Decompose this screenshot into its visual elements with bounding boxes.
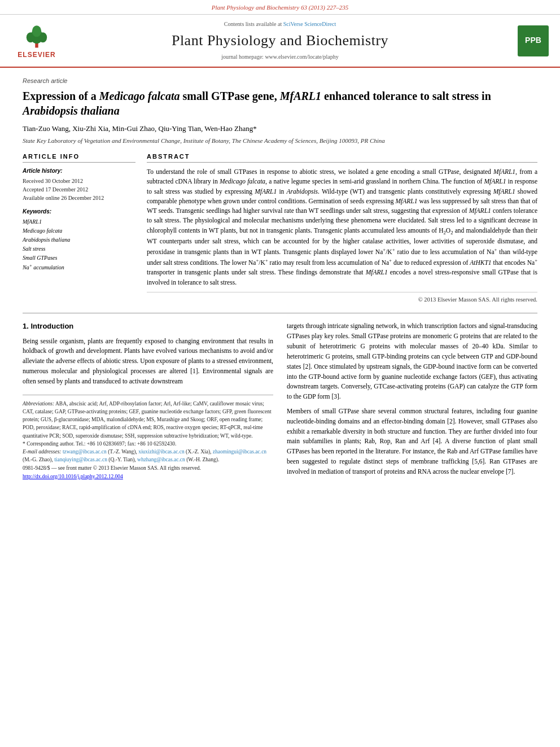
abstract-body: To understand the role of small GTPases … [147,167,537,287]
article-info-title: Article Info [23,152,135,163]
journal-ref-text: Plant Physiology and Biochemistry 63 (20… [212,4,349,11]
intro-left-paragraph: Being sessile organism, plants are frequ… [23,337,273,387]
email-link-2[interactable]: xiuxizhi@ibcas.ac.cn [138,449,185,455]
intro-right-para-1: targets through intricate signaling netw… [287,321,537,402]
keyword-1: MfARL1 [23,217,135,226]
authors-text: Tian-Zuo Wang, Xiu-Zhi Xia, Min-Gui Zhao… [23,124,257,133]
authors-line: Tian-Zuo Wang, Xiu-Zhi Xia, Min-Gui Zhao… [23,124,537,134]
intro-left-col: 1. Introduction Being sessile organism, … [23,321,273,481]
intro-section-number: 1. [23,322,29,330]
keyword-5: Small GTPases [23,254,135,263]
email-footnote: E-mail addresses: tzwang@ibcas.ac.cn (T.… [23,448,273,464]
affiliation-line: State Key Laboratory of Vegetation and E… [23,137,537,145]
intro-right-col: targets through intricate signaling netw… [287,321,537,481]
article-type-label: Research article [23,77,537,85]
journal-title: Plant Physiology and Biochemistry [62,30,498,51]
svg-point-4 [32,25,41,37]
sciverse-link[interactable]: SciVerse ScienceDirect [283,21,336,27]
intro-right-para-2: Members of small GTPase share several co… [287,407,537,477]
article-info-panel: Article Info Article history: Received 3… [23,152,135,304]
doi-footnote: http://dx.doi.org/10.1016/j.plaphy.2012.… [23,473,273,480]
title-italic-2: MfARL1 [280,90,321,102]
abstract-title: Abstract [147,152,537,163]
elsevier-tree-icon [20,22,54,50]
doi-link[interactable]: http://dx.doi.org/10.1016/j.plaphy.2012.… [23,474,123,479]
keyword-3: Arabidopsis thaliana [23,235,135,244]
keywords-section: Keywords: MfARL1 Medicago falcata Arabid… [23,208,135,272]
email-link-3[interactable]: zhaomingui@ibcas.ac.cn [213,449,266,455]
intro-heading: 1. Introduction [23,321,273,331]
journal-homepage: journal homepage: www.elsevier.com/locat… [62,53,498,61]
title-text-2: small GTPase gene, [180,90,280,102]
title-italic-3: Arabidopsis thaliana [23,104,120,117]
section-divider [23,313,537,313]
title-italic-1: Medicago falcata [99,90,180,102]
homepage-text: journal homepage: www.elsevier.com/locat… [221,54,339,60]
accepted-date: Accepted 17 December 2012 [23,185,135,194]
intro-section-title: Introduction [30,322,73,330]
elsevier-text: ELSEVIER [18,50,55,60]
introduction-section: 1. Introduction Being sessile organism, … [23,321,537,481]
article-info-abstract-row: Article Info Article history: Received 3… [23,152,537,304]
available-date: Available online 26 December 2012 [23,194,135,202]
footnotes-area: Abbreviations: ABA, abscisic acid; Arf, … [23,395,273,481]
title-text-3: enhanced tolerance to salt stress in [321,90,491,102]
paper-title: Expression of a Medicago falcata small G… [23,89,537,118]
journal-banner: ELSEVIER Contents lists available at Sci… [0,15,560,67]
main-content: Research article Expression of a Medicag… [0,68,560,493]
copyright-line: © 2013 Elsevier Masson SAS. All rights r… [147,292,537,304]
title-text-1: Expression of a [23,90,99,102]
sciverse-line: Contents lists available at SciVerse Sci… [62,20,498,28]
email-link-1[interactable]: tzwang@ibcas.ac.cn [63,449,107,455]
abstract-panel: Abstract To understand the role of small… [147,152,537,304]
corresponding-author-footnote: * Corresponding author. Tel.: +86 10 628… [23,440,273,448]
keyword-6: Na+ accumulation [23,263,135,272]
keywords-label: Keywords: [23,208,135,216]
keyword-4: Salt stress [23,244,135,254]
journal-banner-center: Contents lists available at SciVerse Sci… [62,20,498,60]
email-link-4[interactable]: tianqiuying@ibcas.ac.cn [54,457,107,462]
ppb-logo-area: PPB [498,25,549,56]
elsevier-logo-area: ELSEVIER [11,22,62,60]
sciverse-prefix: Contents lists available at [224,21,283,27]
ppb-badge: PPB [518,25,549,56]
article-history-label: Article history: [23,167,135,175]
keyword-2: Medicago falcata [23,226,135,235]
email-link-5[interactable]: whzhang@ibcas.ac.cn [137,457,185,462]
issn-footnote: 0981-9428/$ — see front matter © 2013 El… [23,464,273,472]
journal-reference-header: Plant Physiology and Biochemistry 63 (20… [0,0,560,15]
abbreviations-footnote: Abbreviations: ABA, abscisic acid; Arf, … [23,400,273,440]
received-date: Received 30 October 2012 [23,177,135,185]
